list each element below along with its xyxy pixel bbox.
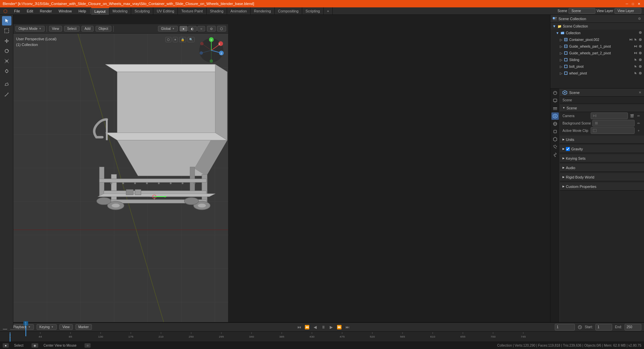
- eye-icon-4[interactable]: [639, 51, 642, 55]
- minimize-button[interactable]: ─: [625, 1, 629, 6]
- menu-window[interactable]: Window: [55, 7, 75, 15]
- cursor-tool[interactable]: [2, 16, 11, 26]
- workspace-scripting[interactable]: Scripting: [302, 7, 324, 15]
- scale-tool[interactable]: [2, 56, 11, 66]
- props-close[interactable]: ✕: [639, 91, 641, 94]
- eye-icon-2[interactable]: [639, 38, 642, 41]
- audio-section-header[interactable]: ▶ Audio: [560, 164, 644, 172]
- workspace-modeling[interactable]: Modeling: [109, 7, 131, 15]
- eye-icon-5[interactable]: [639, 58, 642, 61]
- eye-icon-3[interactable]: [639, 45, 642, 48]
- marker-menu[interactable]: Marker: [75, 324, 92, 330]
- units-section-header[interactable]: ▶ Units: [560, 136, 644, 144]
- transform-tool[interactable]: [2, 66, 11, 76]
- menu-render[interactable]: Render: [37, 7, 55, 15]
- view-menu-timeline[interactable]: View: [59, 324, 73, 330]
- prop-scene-icon[interactable]: [551, 112, 559, 120]
- camera-edit[interactable]: ✏: [636, 113, 641, 118]
- cursor-icon[interactable]: [634, 38, 637, 41]
- outliner-scene-collection[interactable]: ▼ 📁 Scene Collection: [550, 23, 644, 30]
- view-menu[interactable]: View: [49, 26, 62, 32]
- jump-to-end[interactable]: ⏭: [345, 325, 350, 330]
- cursor-icon-4[interactable]: [634, 71, 637, 75]
- menu-help[interactable]: Help: [75, 7, 90, 15]
- gravity-section-header[interactable]: ▶ Gravity: [560, 145, 644, 153]
- workspace-shading[interactable]: Shading: [207, 7, 227, 15]
- viewport-overlay[interactable]: ⊙: [207, 26, 216, 32]
- next-frame[interactable]: ⏩: [337, 325, 342, 330]
- perspective-orthogonal[interactable]: ⬡: [165, 37, 171, 42]
- cursor-icon-2[interactable]: [634, 58, 637, 61]
- prop-physics-icon[interactable]: [551, 151, 559, 158]
- scene-section-header[interactable]: ▼ Scene: [560, 104, 644, 112]
- prev-frame[interactable]: ⏪: [305, 325, 310, 330]
- keying-menu[interactable]: Keying ▼: [37, 324, 57, 330]
- select-tool[interactable]: [2, 26, 11, 36]
- camera-icon-3[interactable]: [634, 51, 637, 55]
- outliner-filter[interactable]: ⚙: [637, 16, 642, 21]
- workspace-texturepaint[interactable]: Texture Paint: [178, 7, 206, 15]
- add-menu[interactable]: Add: [82, 26, 94, 32]
- gravity-checkbox[interactable]: [566, 147, 570, 151]
- outliner-guide-wheels-1[interactable]: ▷ Guide_wheels_part_1_pivot: [550, 43, 644, 50]
- workspace-animation[interactable]: Animation: [227, 7, 251, 15]
- play-reverse[interactable]: ◀: [313, 325, 318, 330]
- solid-shading[interactable]: ●: [179, 26, 187, 32]
- movie-clip-add[interactable]: +: [636, 128, 641, 133]
- eye-icon-6[interactable]: [639, 65, 642, 68]
- prop-modifier-icon[interactable]: [551, 136, 559, 143]
- outliner-wheel-pivot[interactable]: ▷ wheel_pivot: [550, 70, 644, 77]
- prop-render-icon[interactable]: [551, 89, 559, 97]
- lock-camera[interactable]: 🔒: [179, 37, 186, 42]
- workspace-layout[interactable]: Layout: [91, 7, 109, 15]
- custom-props-header[interactable]: ▶ Custom Properties: [560, 183, 644, 191]
- cursor-icon-3[interactable]: [634, 65, 637, 68]
- prop-world-icon[interactable]: [551, 120, 559, 128]
- camera-icon-2[interactable]: [634, 45, 637, 48]
- workspace-sculpting[interactable]: Sculpting: [131, 7, 153, 15]
- outliner-guide-wheels-2[interactable]: ▷ Guide_wheels_part_2_pivot: [550, 50, 644, 56]
- outliner-container-pivot[interactable]: ▷ Container_pivot.002: [550, 36, 644, 43]
- camera-icon[interactable]: [629, 38, 633, 41]
- measure-tool[interactable]: [2, 90, 11, 99]
- bg-scene-field[interactable]: [592, 120, 635, 127]
- viewport-search[interactable]: 🔍: [187, 37, 195, 42]
- rotate-tool[interactable]: [2, 46, 11, 56]
- window-controls[interactable]: ─ □ ✕: [625, 1, 641, 6]
- prop-particles-icon[interactable]: [551, 143, 559, 151]
- viewport-shading-selector[interactable]: Global ▼: [158, 26, 178, 32]
- scene-selector[interactable]: Scene: [569, 8, 595, 14]
- jump-to-start[interactable]: ⏮: [297, 325, 302, 330]
- xray-toggle[interactable]: ⬡: [217, 26, 226, 32]
- object-mode-dropdown[interactable]: Object Mode ▼: [15, 26, 45, 32]
- annotate-tool[interactable]: [2, 80, 11, 89]
- eye-icon[interactable]: [639, 31, 642, 34]
- menu-edit[interactable]: Edit: [23, 7, 37, 15]
- play-forward[interactable]: ▶: [329, 325, 334, 330]
- viewport-options[interactable]: ≡: [173, 37, 178, 42]
- outliner-collection[interactable]: ▼ Collection: [550, 30, 644, 36]
- timeline-track[interactable]: 1 44 85 130 175 210 250 295 340 385 430 …: [0, 332, 644, 342]
- viewlayer-selector[interactable]: View Layer: [614, 8, 641, 14]
- workspace-uvediting[interactable]: UV Editing: [153, 7, 178, 15]
- camera-add[interactable]: 🎬: [629, 113, 635, 118]
- prop-output-icon[interactable]: [551, 97, 559, 104]
- end-frame-field[interactable]: 250: [625, 324, 641, 331]
- start-frame-field[interactable]: 1: [595, 324, 612, 331]
- eye-icon-7[interactable]: [639, 71, 642, 75]
- stop[interactable]: ⏸: [321, 325, 326, 330]
- menu-file[interactable]: File: [11, 7, 23, 15]
- prop-object-icon[interactable]: [551, 128, 559, 135]
- maximize-button[interactable]: □: [631, 1, 635, 6]
- rendered-shading[interactable]: ○: [197, 26, 205, 32]
- object-menu[interactable]: Object: [96, 26, 111, 32]
- playback-menu[interactable]: Playback ▼: [10, 324, 34, 330]
- current-frame-field[interactable]: 1: [555, 324, 575, 331]
- workspace-add[interactable]: +: [324, 7, 333, 15]
- bg-scene-edit[interactable]: ✏: [636, 120, 641, 126]
- viewport-3d[interactable]: User Perspective (Local) (1) Collection: [13, 34, 228, 322]
- movie-clip-field[interactable]: [591, 127, 635, 134]
- camera-field[interactable]: [591, 112, 628, 119]
- outliner-bolt-pivot[interactable]: ▷ bolt_pivot: [550, 63, 644, 70]
- workspace-rendering[interactable]: Rendering: [251, 7, 275, 15]
